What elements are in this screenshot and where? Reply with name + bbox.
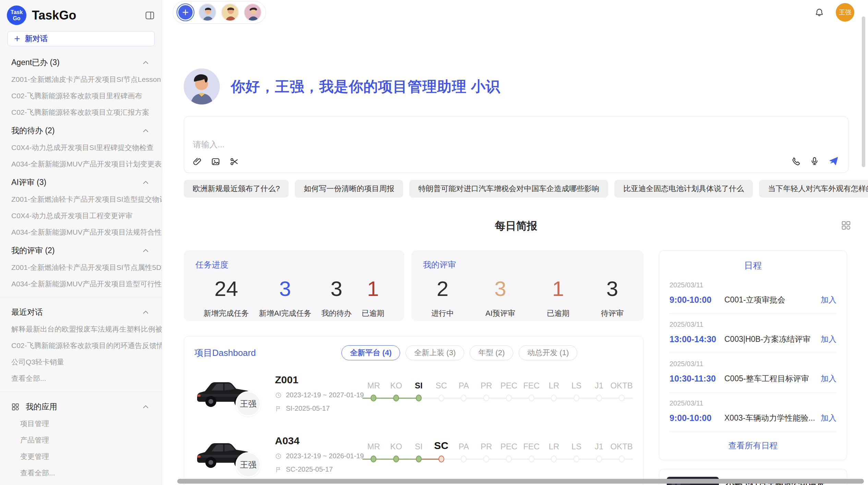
app-logo: Task Go (7, 5, 26, 25)
app-menu-item[interactable]: 变更管理 (0, 448, 162, 465)
sidebar-task-item[interactable]: Z001-全新燃油轻卡产品开发项目SI造型提交物评审 (0, 191, 162, 208)
chevron-up-icon[interactable] (142, 127, 149, 135)
suggestion-chip[interactable]: 特朗普可能对进口汽车增税会对中国车企造成哪些影响 (409, 180, 608, 198)
stat-label: 新增AI完成任务 (259, 308, 311, 319)
grid-icon (11, 403, 20, 411)
collapse-sidebar-icon[interactable] (145, 10, 155, 21)
stat-value: 2 (431, 276, 454, 301)
dashboard-tab[interactable]: 全新平台 (4) (341, 345, 400, 360)
sidebar-task-item[interactable]: Z001-全新燃油皮卡产品开发项目SI节点Lesson Learn报告 (0, 71, 162, 88)
join-link[interactable]: 加入 (821, 413, 836, 423)
join-link[interactable]: 加入 (821, 295, 836, 305)
app-menu-item[interactable]: 查看全部... (0, 465, 162, 481)
send-icon[interactable] (828, 156, 839, 166)
agent-avatar-3[interactable] (244, 3, 262, 21)
chat-input-box[interactable]: 请输入... (184, 116, 848, 173)
milestone: PA (453, 375, 475, 401)
screenshot-scissors-icon[interactable] (229, 157, 239, 166)
milestone-dot (596, 395, 602, 401)
agent-avatar-2[interactable] (221, 3, 239, 21)
recent-chat-item[interactable]: 解释最新出台的欧盟报废车法规再生塑料比例被调至15%... (0, 321, 162, 337)
section-my-apps: 我的应用 项目管理产品管理变更管理查看全部... (0, 397, 162, 481)
join-link[interactable]: 加入 (821, 373, 836, 384)
join-link[interactable]: 加入 (821, 334, 836, 345)
stat-value: 3 (322, 276, 352, 301)
sidebar-scroll: Agent已办 (3) Z001-全新燃油皮卡产品开发项目SI节点Lesson … (0, 46, 162, 485)
horizontal-scrollbar[interactable] (177, 479, 864, 484)
image-upload-icon[interactable] (211, 157, 220, 166)
phone-call-icon[interactable] (791, 156, 801, 166)
milestone-label: MR (367, 375, 380, 390)
stat-label: 我的待办 (322, 308, 352, 319)
sidebar-task-item[interactable]: C0X4-动力总成开发项目SI里程碑提交物检查 (0, 139, 162, 156)
stat-item: 3 我的待办 (322, 276, 352, 319)
dashboard-tab[interactable]: 年型 (2) (470, 345, 513, 360)
sidebar-task-item[interactable]: C0X4-动力总成开发项目工程变更评审 (0, 208, 162, 224)
stat-value: 3 (259, 276, 311, 301)
schedule-item: 2025/03/11 9:00-10:00 X003-车辆动力学性能验... 加… (670, 393, 836, 432)
sidebar-task-item[interactable]: Z001-全新燃油轻卡产品开发项目SI节点属性5D文件评审 (0, 259, 162, 276)
stats-row: 任务进度 24 新增完成任务 3 (184, 250, 643, 321)
suggestion-chip[interactable]: 当下年轻人对汽车外观有怎样的喜好趋势 (759, 180, 868, 198)
milestone-label: FEC (523, 436, 540, 451)
add-agent-button[interactable] (177, 4, 194, 21)
agent-avatar-group (173, 1, 266, 24)
app-menu-item[interactable]: 项目管理 (0, 415, 162, 432)
project-flag: SI-2025-05-17 (286, 405, 330, 412)
milestone-strip: MR KO (362, 434, 633, 475)
stat-label: AI预评审 (485, 308, 515, 319)
milestone-label: LR (549, 436, 559, 451)
recent-chat-item[interactable]: 公司Q3轻卡销量 (0, 354, 162, 370)
suggestion-chip[interactable]: 欧洲新规最近颁布了什么? (184, 180, 289, 198)
dashboard-tab[interactable]: 全新上装 (3) (406, 345, 464, 360)
sidebar-task-item[interactable]: C02-飞腾新能源轻客改款项目里程碑画布 (0, 88, 162, 104)
view-all-schedule-link[interactable]: 查看所有日程 (670, 432, 836, 453)
milestone-dot (438, 395, 444, 401)
project-row-z001[interactable]: 王强 Z001 2023-12-19 ~ 2027-01-19 (194, 373, 633, 421)
milestone-label: PA (459, 375, 469, 390)
stat-item: 3 新增AI完成任务 (259, 276, 311, 319)
chat-input-placeholder: 请输入... (193, 139, 225, 150)
sidebar-item-cloud-space[interactable]: 我的云空间 (0, 481, 162, 485)
dashboard-tab[interactable]: 动总开发 (1) (519, 345, 577, 360)
agent-avatar-1[interactable] (198, 3, 216, 21)
sidebar-task-item[interactable]: A034-全新新能源MUV产品开发项目法规符合性评审 (0, 224, 162, 240)
milestone-label: OKTB (610, 436, 632, 451)
milestone: PR (475, 436, 498, 462)
schedule-time: 13:00-14:30 (670, 334, 724, 344)
chevron-up-icon[interactable] (142, 59, 149, 66)
milestone-label: J1 (595, 375, 603, 390)
sidebar-header: Task Go TaskGo (0, 0, 162, 28)
chevron-up-icon[interactable] (142, 403, 149, 411)
suggestion-chip[interactable]: 如何写一份清晰的项目周报 (295, 180, 403, 198)
attachment-icon[interactable] (192, 157, 202, 166)
milestone-label: LS (571, 436, 581, 451)
milestone-dot (393, 395, 399, 401)
milestone-label: PEC (501, 375, 517, 390)
milestone-dot (529, 456, 534, 462)
chevron-up-icon[interactable] (142, 309, 149, 316)
sidebar-task-item[interactable]: C02-飞腾新能源轻客改款项目立项汇报方案 (0, 104, 162, 121)
project-row-a034[interactable]: 王强 A034 2023-12-19 ~ 2026-01-19 (194, 434, 633, 482)
sidebar-task-item[interactable]: A034-全新新能源MUV产品开发项目造型可行性评审 (0, 276, 162, 292)
milestone: LS (565, 436, 588, 462)
chevron-up-icon[interactable] (142, 247, 149, 254)
stat-item: 2 进行中 (431, 276, 454, 319)
chevron-up-icon[interactable] (142, 179, 149, 186)
user-avatar[interactable]: 王强 (836, 3, 854, 22)
app-menu-item[interactable]: 产品管理 (0, 432, 162, 448)
view-all-chats[interactable]: 查看全部... (0, 370, 162, 387)
stat-label: 已逾期 (362, 308, 384, 319)
schedule-date: 2025/03/11 (670, 321, 836, 328)
dashboard-tabs: 全新平台 (4)全新上装 (3)年型 (2)动总开发 (1) (341, 345, 577, 360)
layout-grid-icon[interactable] (841, 220, 851, 231)
suggestion-chip[interactable]: 比亚迪全固态电池计划具体说了什么 (614, 180, 753, 198)
milestone-dot (483, 456, 489, 462)
microphone-icon[interactable] (810, 156, 819, 166)
sidebar-task-item[interactable]: A034-全新新能源MUV产品开发项目计划变更表编写 (0, 156, 162, 172)
new-chat-button[interactable]: 新对话 (8, 31, 155, 46)
notification-bell-icon[interactable] (815, 8, 824, 17)
recent-chat-item[interactable]: C02-飞腾新能源轻客改款项目的闭环通告反馈情况 (0, 337, 162, 354)
vertical-scrollbar[interactable] (862, 16, 865, 167)
clock-icon (275, 453, 282, 460)
